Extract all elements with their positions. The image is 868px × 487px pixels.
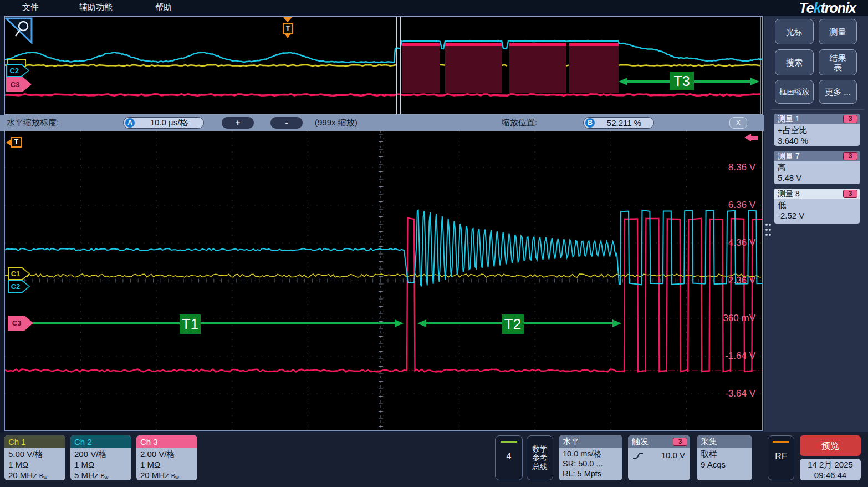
trigger-position-marker[interactable]: T — [283, 23, 293, 34]
acquisition-badge[interactable]: 采集 取样 9 Acqs — [697, 435, 752, 480]
annotation-t3-label: T3 — [670, 72, 694, 90]
voltage-tick-label: 8.36 V — [703, 162, 755, 173]
main-ch2-label: C2 — [8, 282, 23, 291]
measurement-name: 低 — [778, 200, 856, 210]
trigger-offscreen-arrow-icon — [6, 139, 11, 146]
math-ref-bus-button[interactable]: 数学 参考 总线 — [527, 435, 553, 480]
rf-color-line — [773, 441, 789, 443]
trigger-level: 10.0 V — [661, 450, 685, 460]
ch2-scale: 200 V/格 — [74, 449, 131, 459]
zoom-scale-control[interactable]: A 10.0 µs/格 — [123, 117, 204, 129]
horizontal-scale: 10.0 ms/格 — [563, 449, 622, 459]
search-button[interactable]: 搜索 — [775, 49, 814, 75]
trigger-settings: 10.0 V — [628, 448, 690, 460]
zoom-close-button[interactable]: X — [729, 117, 747, 129]
voltage-tick-label: 360 mV — [703, 313, 755, 324]
ch4-label: 4 — [496, 452, 522, 461]
source-badge: 3 — [843, 190, 857, 198]
channel-1-badge[interactable]: Ch 1 5.00 V/格 1 MΩ 20 MHz Bw — [4, 435, 65, 480]
zoom-position-label: 缩放位置: — [502, 118, 537, 128]
draw-box-zoom-button[interactable]: 框画缩放 — [775, 80, 814, 104]
date-text: 14 2月 2025 — [800, 459, 861, 470]
logo-text: Te — [799, 0, 813, 16]
more-button[interactable]: 更多 ... — [819, 80, 857, 104]
zoom-factor-label: (999x 缩放) — [315, 118, 358, 128]
channel-2-badge[interactable]: Ch 2 200 V/格 1 MΩ 5 MHz Bw — [70, 435, 131, 480]
rf-button[interactable]: RF — [768, 435, 794, 480]
measurement-value: -2.52 V — [778, 210, 856, 221]
sidebar-divider — [770, 109, 864, 110]
measurement-8-body: 低 -2.52 V — [774, 199, 860, 221]
annotation-t2-label: T2 — [502, 314, 524, 334]
zoom-scale-label: 水平缩放标度: — [7, 118, 59, 128]
measurement-card-7[interactable]: 测量 7 3 高 5.48 V — [774, 151, 860, 184]
zoom-scale-value: 10.0 µs/格 — [135, 118, 203, 128]
trigger-source-badge: 3 — [673, 438, 687, 446]
annotation-t1-label: T1 — [180, 314, 201, 334]
bottom-settings-bar: Ch 1 5.00 V/格 1 MΩ 20 MHz Bw Ch 2 200 V/… — [0, 432, 868, 487]
measurement-8-title: 测量 8 — [778, 189, 800, 199]
channel-4-button[interactable]: 4 — [495, 435, 523, 480]
ch1-bandwidth: 20 MHz Bw — [8, 470, 65, 480]
ch4-color-line — [501, 441, 517, 443]
voltage-tick-label: 2.36 V — [703, 275, 755, 286]
channel-3-settings: 2.00 V/格 1 MΩ 20 MHz Bw — [136, 448, 197, 480]
measurement-name: 高 — [778, 162, 856, 173]
trigger-position-pointer-icon — [285, 34, 290, 38]
cursors-button[interactable]: 光标 — [775, 19, 814, 44]
measure-button[interactable]: 测量 — [819, 19, 857, 44]
measurement-card-1[interactable]: 测量 1 3 +占空比 3.640 % — [774, 114, 860, 146]
overview-waveforms — [5, 17, 762, 114]
panel-drag-handle-icon[interactable] — [769, 224, 771, 226]
trigger-level-arrow-icon[interactable] — [744, 134, 751, 141]
horizontal-badge[interactable]: 水平 10.0 ms/格 SR: 50.0 ... RL: 5 Mpts — [559, 435, 622, 480]
horizontal-settings: 10.0 ms/格 SR: 50.0 ... RL: 5 Mpts — [559, 448, 622, 479]
ch3-badge-label: C3 — [6, 80, 24, 89]
measurement-value: 3.640 % — [778, 135, 856, 146]
main-ch3-label: C3 — [8, 319, 25, 327]
knob-b-badge: B — [585, 118, 595, 128]
datetime-display: 14 2月 2025 09:46:44 — [800, 459, 861, 480]
rf-label: RF — [768, 452, 794, 461]
zoom-position-value: 52.211 % — [595, 118, 653, 128]
measurement-1-header: 测量 1 3 — [774, 114, 860, 124]
channel-2-settings: 200 V/格 1 MΩ 5 MHz Bw — [70, 448, 131, 480]
menu-help[interactable]: 帮助 — [155, 2, 172, 13]
time-text: 09:46:44 — [800, 470, 861, 480]
oscilloscope-screen: 文件 辅助功能 帮助 Tektronix C2 C3 T T3 水平缩放标度: … — [0, 0, 868, 487]
zoom-in-button[interactable]: + — [222, 117, 254, 129]
menu-file[interactable]: 文件 — [22, 2, 39, 13]
trigger-position-arrow-icon[interactable] — [283, 17, 292, 22]
measurement-name: +占空比 — [778, 125, 856, 135]
preview-button[interactable]: 预览 — [800, 435, 861, 456]
ch1-scale: 5.00 V/格 — [8, 449, 65, 459]
measurement-card-8[interactable]: 测量 8 3 低 -2.52 V — [774, 189, 860, 224]
main-waveform-display[interactable]: T C1 C2 C3 T1 T2 8.36 V 6.36 V 4.36 V 2.… — [4, 131, 763, 431]
zoom-overview-icon[interactable] — [5, 17, 33, 44]
trigger-title: 触发 — [632, 437, 649, 447]
record-length: RL: 5 Mpts — [563, 469, 622, 479]
menu-bar: 文件 辅助功能 帮助 Tektronix — [0, 0, 868, 16]
bus-line: 总线 — [533, 463, 548, 471]
acquisition-settings: 取样 9 Acqs — [697, 448, 752, 470]
logo-k: k — [814, 0, 821, 16]
zoom-toolbar: 水平缩放标度: A 10.0 µs/格 + - (999x 缩放) 缩放位置: … — [0, 115, 765, 131]
zoom-out-button[interactable]: - — [270, 117, 303, 129]
results-table-button[interactable]: 结果 表 — [819, 49, 857, 75]
measurement-7-header: 测量 7 3 — [774, 151, 860, 161]
waveform-overview-panel[interactable]: C2 C3 T T3 — [4, 16, 763, 115]
menu-utility[interactable]: 辅助功能 — [79, 2, 113, 13]
trigger-badge[interactable]: 触发 3 10.0 V — [628, 435, 690, 480]
logo-suffix: tronix — [821, 0, 856, 16]
zoom-position-control[interactable]: B 52.211 % — [583, 117, 654, 129]
acquisition-mode: 取样 — [701, 449, 752, 459]
measurement-7-body: 高 5.48 V — [774, 161, 860, 184]
trigger-header: 触发 3 — [628, 435, 690, 448]
measurement-value: 5.48 V — [778, 173, 856, 183]
channel-1-title: Ch 1 — [4, 435, 65, 448]
panel-drag-handle-icon[interactable] — [765, 224, 768, 226]
main-trigger-marker[interactable]: T — [11, 137, 22, 148]
acquisition-count: 9 Acqs — [701, 459, 752, 470]
right-sidebar: 光标 测量 搜索 结果 表 框画缩放 更多 ... — [764, 16, 868, 432]
channel-3-badge[interactable]: Ch 3 2.00 V/格 1 MΩ 20 MHz Bw — [136, 435, 197, 480]
